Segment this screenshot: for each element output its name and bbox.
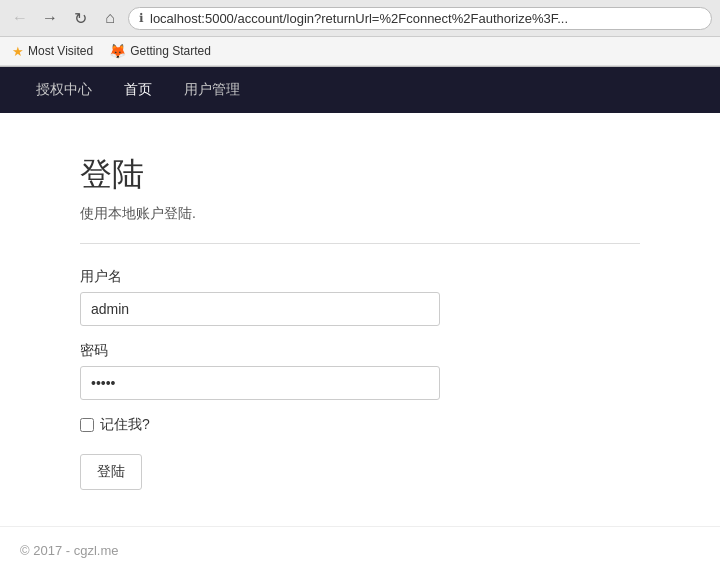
password-label: 密码 [80, 342, 640, 360]
page-title: 登陆 [80, 153, 640, 197]
divider [80, 243, 640, 244]
username-label: 用户名 [80, 268, 640, 286]
nav-user-mgmt[interactable]: 用户管理 [168, 67, 256, 113]
firefox-icon: 🦊 [109, 43, 126, 59]
bookmarks-bar: ★ Most Visited 🦊 Getting Started [0, 37, 720, 66]
bookmark-getting-started[interactable]: 🦊 Getting Started [105, 41, 215, 61]
home-button[interactable]: ⌂ [98, 6, 122, 30]
browser-toolbar: ← → ↻ ⌂ ℹ localhost:5000/account/login?r… [0, 0, 720, 37]
remember-me-label: 记住我? [100, 416, 150, 434]
username-input[interactable] [80, 292, 440, 326]
getting-started-label: Getting Started [130, 44, 211, 58]
info-icon: ℹ [139, 11, 144, 25]
login-form: 用户名 密码 记住我? 登陆 [80, 268, 640, 490]
url-input[interactable]: localhost:5000/account/login?returnUrl=%… [150, 11, 701, 26]
address-bar[interactable]: ℹ localhost:5000/account/login?returnUrl… [128, 7, 712, 30]
forward-button[interactable]: → [38, 6, 62, 30]
password-input[interactable] [80, 366, 440, 400]
bookmark-most-visited[interactable]: ★ Most Visited [8, 42, 97, 61]
most-visited-label: Most Visited [28, 44, 93, 58]
site-nav: 授权中心 首页 用户管理 [0, 67, 720, 113]
refresh-button[interactable]: ↻ [68, 6, 92, 30]
nav-home[interactable]: 首页 [108, 67, 168, 113]
browser-chrome: ← → ↻ ⌂ ℹ localhost:5000/account/login?r… [0, 0, 720, 67]
nav-brand[interactable]: 授权中心 [20, 67, 108, 113]
remember-me-group: 记住我? [80, 416, 640, 434]
username-group: 用户名 [80, 268, 640, 326]
password-group: 密码 [80, 342, 640, 400]
back-button[interactable]: ← [8, 6, 32, 30]
site-footer: © 2017 - cgzl.me [0, 526, 720, 530]
remember-me-checkbox[interactable] [80, 418, 94, 432]
page-subtitle: 使用本地账户登陆. [80, 205, 640, 223]
page-content: 登陆 使用本地账户登陆. 用户名 密码 记住我? 登陆 [60, 113, 660, 530]
login-button[interactable]: 登陆 [80, 454, 142, 490]
star-icon: ★ [12, 44, 24, 59]
